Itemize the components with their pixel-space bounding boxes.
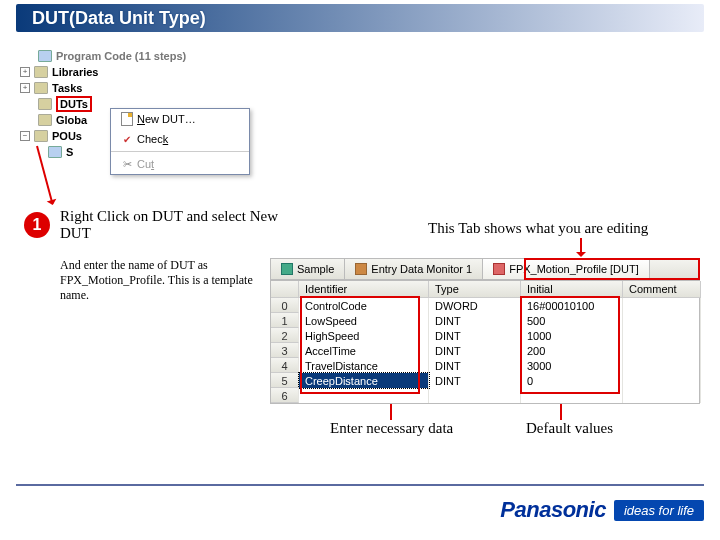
tree-label: Libraries bbox=[52, 66, 98, 78]
dut-icon bbox=[493, 263, 505, 275]
context-menu: New DUT… Check Cut bbox=[110, 108, 250, 175]
cell-initial[interactable]: 0 bbox=[521, 373, 623, 388]
page-title: DUT(Data Unit Type) bbox=[16, 4, 704, 32]
brand-logo: Panasonic bbox=[500, 497, 606, 523]
folder-icon bbox=[34, 66, 48, 78]
cell-identifier[interactable]: ControlCode bbox=[299, 298, 429, 313]
cell-type[interactable]: DINT bbox=[429, 313, 521, 328]
row-number: 3 bbox=[271, 343, 299, 358]
table-row[interactable]: 4TravelDistanceDINT3000 bbox=[271, 358, 699, 373]
menu-item-cut: Cut bbox=[111, 154, 249, 174]
cell-type[interactable] bbox=[429, 388, 521, 403]
step-heading: Right Click on DUT and select New DUT bbox=[60, 208, 280, 242]
footer: Panasonic ideas for life bbox=[16, 484, 704, 528]
cell-type[interactable]: DINT bbox=[429, 373, 521, 388]
folder-icon bbox=[34, 82, 48, 94]
cell-comment[interactable] bbox=[623, 373, 701, 388]
table-row[interactable]: 3AccelTimeDINT200 bbox=[271, 343, 699, 358]
table-row[interactable]: 2HighSpeedDINT1000 bbox=[271, 328, 699, 343]
row-number: 2 bbox=[271, 328, 299, 343]
pou-icon bbox=[48, 146, 62, 158]
tree-item-tasks[interactable]: + Tasks bbox=[20, 80, 280, 96]
tab-label: Entry Data Monitor 1 bbox=[371, 263, 472, 275]
expand-icon[interactable]: + bbox=[20, 67, 30, 77]
menu-label: New DUT… bbox=[137, 113, 196, 125]
cell-initial[interactable]: 1000 bbox=[521, 328, 623, 343]
menu-label: Cut bbox=[137, 158, 154, 170]
cell-initial[interactable]: 500 bbox=[521, 313, 623, 328]
grid-header-row: Identifier Type Initial Comment bbox=[271, 281, 699, 298]
menu-separator bbox=[111, 151, 249, 152]
cell-comment[interactable] bbox=[623, 343, 701, 358]
folder-icon bbox=[38, 114, 52, 126]
annotation-defaults: Default values bbox=[526, 420, 613, 437]
cell-initial[interactable]: 3000 bbox=[521, 358, 623, 373]
tree-item-libraries[interactable]: + Libraries bbox=[20, 64, 280, 80]
cell-type[interactable]: DINT bbox=[429, 358, 521, 373]
editor-tabs: Sample Entry Data Monitor 1 FPX_Motion_P… bbox=[270, 258, 700, 280]
cell-comment[interactable] bbox=[623, 313, 701, 328]
annotation-enter-data: Enter necessary data bbox=[330, 420, 453, 437]
cell-comment[interactable] bbox=[623, 298, 701, 313]
check-icon bbox=[117, 134, 137, 145]
brand-tagline: ideas for life bbox=[614, 500, 704, 521]
cell-identifier[interactable] bbox=[299, 388, 429, 403]
cell-identifier[interactable]: AccelTime bbox=[299, 343, 429, 358]
cell-comment[interactable] bbox=[623, 358, 701, 373]
new-file-icon bbox=[121, 112, 133, 126]
cell-initial[interactable]: 200 bbox=[521, 343, 623, 358]
cell-initial[interactable] bbox=[521, 388, 623, 403]
folder-icon bbox=[34, 130, 48, 142]
cell-identifier[interactable]: LowSpeed bbox=[299, 313, 429, 328]
table-row[interactable]: 0ControlCodeDWORD16#00010100 bbox=[271, 298, 699, 313]
tree-label: S bbox=[66, 146, 73, 158]
cell-type[interactable]: DINT bbox=[429, 328, 521, 343]
dut-grid[interactable]: Identifier Type Initial Comment 0Control… bbox=[270, 280, 700, 404]
cell-comment[interactable] bbox=[623, 328, 701, 343]
tab-sample[interactable]: Sample bbox=[271, 259, 345, 279]
cell-identifier[interactable]: TravelDistance bbox=[299, 358, 429, 373]
cell-identifier[interactable]: HighSpeed bbox=[299, 328, 429, 343]
tree-label: DUTs bbox=[56, 96, 92, 112]
tree-label: Program Code (11 steps) bbox=[56, 50, 186, 62]
cut-icon bbox=[117, 158, 137, 171]
tab-label: Sample bbox=[297, 263, 334, 275]
grid-header: Initial bbox=[521, 281, 623, 298]
tree-label: Globa bbox=[56, 114, 87, 126]
table-row[interactable]: 1LowSpeedDINT500 bbox=[271, 313, 699, 328]
step-subtext: And enter the name of DUT as FPX_Motion_… bbox=[60, 258, 270, 303]
tree-item-programcode[interactable]: Program Code (11 steps) bbox=[20, 48, 280, 64]
tab-dut-active[interactable]: FPX_Motion_Profile [DUT] bbox=[483, 259, 650, 279]
grid-header: Identifier bbox=[299, 281, 429, 298]
grid-header bbox=[271, 281, 299, 298]
tab-monitor[interactable]: Entry Data Monitor 1 bbox=[345, 259, 483, 279]
cell-initial[interactable]: 16#00010100 bbox=[521, 298, 623, 313]
menu-label: Check bbox=[137, 133, 168, 145]
cell-type[interactable]: DWORD bbox=[429, 298, 521, 313]
grid-header: Type bbox=[429, 281, 521, 298]
row-number: 6 bbox=[271, 388, 299, 403]
row-number: 0 bbox=[271, 298, 299, 313]
annotation-tab-note: This Tab shows what you are editing bbox=[428, 220, 648, 237]
cell-comment[interactable] bbox=[623, 388, 701, 403]
tree-label: Tasks bbox=[52, 82, 82, 94]
folder-icon bbox=[38, 98, 52, 110]
cell-type[interactable]: DINT bbox=[429, 343, 521, 358]
row-number: 1 bbox=[271, 313, 299, 328]
expand-icon[interactable]: + bbox=[20, 83, 30, 93]
grid-header: Comment bbox=[623, 281, 701, 298]
code-icon bbox=[38, 50, 52, 62]
menu-item-new-dut[interactable]: New DUT… bbox=[111, 109, 249, 129]
tree-label: POUs bbox=[52, 130, 82, 142]
arrow-down-icon bbox=[580, 238, 582, 256]
program-icon bbox=[281, 263, 293, 275]
row-number: 5 bbox=[271, 373, 299, 388]
table-row[interactable]: 6 bbox=[271, 388, 699, 403]
row-number: 4 bbox=[271, 358, 299, 373]
monitor-icon bbox=[355, 263, 367, 275]
tab-label: FPX_Motion_Profile [DUT] bbox=[509, 263, 639, 275]
table-row[interactable]: 5CreepDistanceDINT0 bbox=[271, 373, 699, 388]
collapse-icon[interactable]: − bbox=[20, 131, 30, 141]
cell-identifier[interactable]: CreepDistance bbox=[299, 373, 429, 388]
menu-item-check[interactable]: Check bbox=[111, 129, 249, 149]
